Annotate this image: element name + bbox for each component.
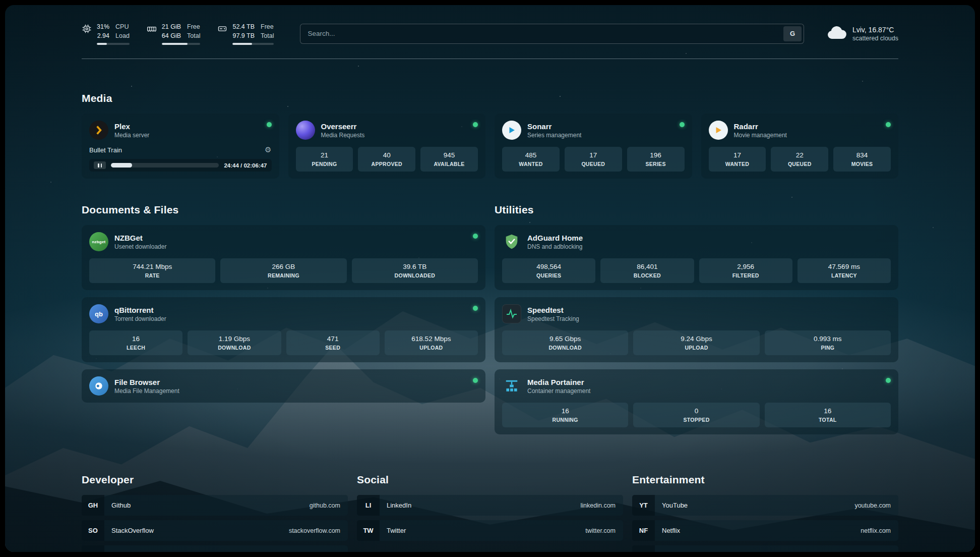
section-title-media: Media — [82, 92, 898, 104]
app-name: Radarr — [734, 122, 787, 131]
stackoverflow-icon: SO — [82, 520, 104, 541]
app-card-plex[interactable]: Plex Media server Bullet Train ⚙ 24:44 /… — [82, 114, 279, 179]
cpu-widget: 31% 2.94 CPU Load — [82, 22, 130, 45]
status-dot — [680, 122, 685, 127]
bookmark-youtube[interactable]: YT YouTube youtube.com — [632, 495, 898, 516]
stat-available: 945 AVAILABLE — [420, 147, 478, 172]
github-icon: GH — [82, 495, 104, 516]
stat-download: 1.19 Gbps DOWNLOAD — [188, 330, 281, 355]
qbittorrent-icon: qb — [89, 304, 108, 323]
app-card-portainer[interactable]: Media Portainer Container management 16 … — [495, 369, 898, 434]
ram-free-value: 21 GiB — [162, 22, 181, 31]
status-dot — [886, 378, 891, 383]
stat-blocked: 86,401 BLOCKED — [600, 258, 694, 283]
stat-downloaded: 39.6 TB DOWNLOADED — [352, 258, 478, 283]
search-engine-button[interactable]: G — [783, 26, 802, 41]
sonarr-icon — [502, 121, 521, 140]
app-name: AdGuard Home — [527, 234, 583, 242]
section-title-developer: Developer — [82, 474, 348, 486]
disk-free-label: Free — [261, 22, 274, 31]
stat-ping: 0.993 ms PING — [765, 330, 891, 355]
playback-progress-bar[interactable] — [111, 163, 219, 168]
header-bar: 31% 2.94 CPU Load — [82, 22, 898, 45]
stat-remaining: 266 GB REMAINING — [220, 258, 346, 283]
weather-condition: scattered clouds — [852, 35, 898, 42]
bookmark-twitter[interactable]: TW Twitter twitter.com — [357, 520, 623, 541]
app-card-speedtest[interactable]: Speedtest Speedtest Tracking 9.65 Gbps D… — [495, 297, 898, 362]
bookmark-dev[interactable]: DT DEV dev.to — [82, 545, 348, 552]
netflix-icon: NF — [632, 520, 655, 541]
cpu-icon — [82, 24, 92, 36]
section-title-entertainment: Entertainment — [632, 474, 898, 486]
disk-icon — [217, 24, 227, 36]
bookmark-linkedin[interactable]: LI LinkedIn linkedin.com — [357, 495, 623, 516]
search-bar: G — [300, 24, 804, 44]
stat-total: 16 TOTAL — [765, 403, 891, 427]
stat-latency: 47.569 ms LATENCY — [798, 258, 891, 283]
ram-free-label: Free — [187, 22, 200, 31]
bookmark-stackoverflow[interactable]: SO StackOverflow stackoverflow.com — [82, 520, 348, 541]
twitter-icon: TW — [357, 520, 380, 541]
stat-stopped: 0 STOPPED — [633, 403, 759, 427]
app-subtitle: Torrent downloader — [114, 315, 166, 322]
app-subtitle: Media Requests — [321, 132, 365, 139]
app-name: Speedtest — [527, 306, 579, 314]
stat-queued: 22 QUEUED — [771, 147, 828, 172]
stat-leech: 16 LEECH — [89, 330, 182, 355]
app-card-overseerr[interactable]: Overseerr Media Requests 21 PENDING 40 A… — [288, 114, 486, 179]
app-name: Sonarr — [527, 122, 581, 131]
app-card-nzbget[interactable]: nzbget NZBGet Usenet downloader 744.21 M… — [82, 225, 485, 290]
stat-wanted: 485 WANTED — [502, 147, 560, 172]
radarr-icon — [709, 121, 728, 140]
stat-upload: 618.52 Mbps UPLOAD — [385, 330, 478, 355]
app-name: File Browser — [114, 378, 179, 386]
now-playing-title: Bullet Train — [89, 146, 122, 154]
app-name: Plex — [114, 122, 149, 131]
app-card-radarr[interactable]: Radarr Movie management 17 WANTED 22 QUE… — [701, 114, 899, 179]
disk-widget: 52.4 TB 97.9 TB Free Total — [217, 22, 274, 45]
app-name: Overseerr — [321, 122, 365, 131]
gear-icon[interactable]: ⚙ — [265, 145, 271, 154]
stat-queries: 498,564 QUERIES — [502, 258, 595, 283]
stat-running: 16 RUNNING — [502, 403, 628, 427]
stat-queued: 17 QUEUED — [565, 147, 622, 172]
playback-time: 24:44 / 02:06:47 — [224, 162, 267, 169]
cpu-label: CPU — [115, 22, 129, 31]
app-card-filebrowser[interactable]: File Browser Media File Management — [82, 369, 485, 403]
bookmark-github[interactable]: GH Github github.com — [82, 495, 348, 516]
linkedin-icon: LI — [357, 495, 380, 516]
app-subtitle: Series management — [527, 132, 581, 139]
system-monitors: 31% 2.94 CPU Load — [82, 22, 274, 45]
app-card-adguard[interactable]: AdGuard Home DNS and adblocking 498,564 … — [495, 225, 898, 290]
section-documents: Documents & Files nzbget NZBGet Usenet d… — [82, 204, 485, 441]
search-input[interactable] — [300, 24, 804, 44]
app-card-sonarr[interactable]: Sonarr Series management 485 WANTED 17 Q… — [495, 114, 692, 179]
filebrowser-icon — [89, 376, 108, 396]
disk-total-label: Total — [261, 31, 274, 40]
section-developer: Developer GH Github github.com SO StackO… — [82, 474, 348, 552]
disk-free-value: 52.4 TB — [232, 22, 255, 31]
dev-icon: DT — [82, 545, 104, 552]
app-name: NZBGet — [114, 234, 166, 242]
cpu-load-value: 2.94 — [97, 31, 109, 40]
ram-total-value: 64 GiB — [162, 31, 181, 40]
section-entertainment: Entertainment YT YouTube youtube.com NF … — [632, 474, 898, 552]
disk-total-value: 97.9 TB — [232, 31, 255, 40]
ram-icon — [147, 24, 157, 36]
status-dot — [473, 234, 478, 239]
bookmark-reddit[interactable]: RE Reddit reddit.com — [632, 545, 898, 552]
cpu-progress-bar — [97, 43, 130, 45]
pause-button[interactable] — [94, 161, 106, 169]
section-title-documents: Documents & Files — [82, 204, 485, 216]
app-name: Media Portainer — [527, 378, 590, 386]
reddit-icon: RE — [632, 545, 655, 552]
stat-wanted: 17 WANTED — [709, 147, 766, 172]
app-subtitle: Speedtest Tracking — [527, 315, 579, 322]
app-name: qBittorrent — [114, 306, 166, 314]
cpu-load-label: Load — [115, 31, 130, 40]
bookmark-netflix[interactable]: NF Netflix netflix.com — [632, 520, 898, 541]
cpu-percent: 31% — [97, 22, 109, 31]
stat-movies: 834 MOVIES — [833, 147, 891, 172]
stat-pending: 21 PENDING — [296, 147, 353, 172]
app-card-qbittorrent[interactable]: qb qBittorrent Torrent downloader 16 LEE… — [82, 297, 485, 362]
